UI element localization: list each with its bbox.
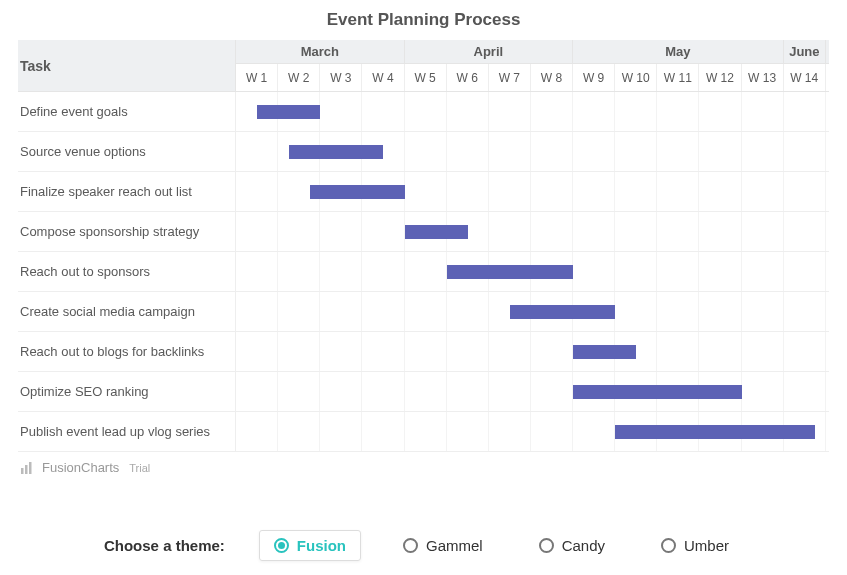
- bars-area: [236, 92, 829, 452]
- grid-cell: [236, 292, 278, 331]
- grid-cell: [320, 412, 362, 451]
- grid-cell: [784, 132, 826, 171]
- grid-cell: [320, 332, 362, 371]
- grid-cell: [699, 292, 741, 331]
- theme-option-fusion[interactable]: Fusion: [259, 530, 361, 561]
- grid-cell: [362, 332, 404, 371]
- bar-row: [236, 372, 829, 412]
- grid-cell: [657, 252, 699, 291]
- svg-rect-1: [25, 465, 28, 474]
- task-label: Reach out to sponsors: [20, 264, 150, 279]
- month-header-cell: March: [236, 40, 405, 63]
- grid-cell: [742, 92, 784, 131]
- task-row: Publish event lead up vlog series: [18, 412, 236, 452]
- bar-row: [236, 212, 829, 252]
- radio-icon: [274, 538, 289, 553]
- bar-row: [236, 252, 829, 292]
- theme-option-gammel[interactable]: Gammel: [389, 531, 497, 560]
- grid-cell: [573, 132, 615, 171]
- gantt-bar[interactable]: [573, 345, 636, 359]
- grid-cell: [236, 372, 278, 411]
- fusioncharts-logo-icon: [20, 461, 34, 475]
- week-header-cell: W 14: [784, 64, 826, 91]
- page-root: Event Planning Process Task Define event…: [0, 0, 847, 575]
- month-header-cell: June: [784, 40, 826, 63]
- theme-picker: Choose a theme: FusionGammelCandyUmber: [0, 530, 847, 561]
- theme-option-label: Fusion: [297, 537, 346, 554]
- grid-cell: [657, 212, 699, 251]
- months-header-row: MarchAprilMayJune: [236, 40, 829, 64]
- theme-option-label: Candy: [562, 537, 605, 554]
- chart-credit: FusionCharts Trial: [18, 452, 829, 475]
- gantt-bar[interactable]: [447, 265, 573, 279]
- grid-cell: [278, 372, 320, 411]
- bar-row: [236, 292, 829, 332]
- grid-cell: [489, 332, 531, 371]
- task-label: Define event goals: [20, 104, 128, 119]
- task-row: Optimize SEO ranking: [18, 372, 236, 412]
- grid-cell: [362, 412, 404, 451]
- week-header-cell: W 1: [236, 64, 278, 91]
- svg-rect-2: [29, 462, 32, 474]
- task-row: Source venue options: [18, 132, 236, 172]
- grid-cell: [320, 92, 362, 131]
- bar-row: [236, 132, 829, 172]
- theme-option-umber[interactable]: Umber: [647, 531, 743, 560]
- grid-cell: [784, 172, 826, 211]
- grid-cell: [615, 172, 657, 211]
- grid-cell: [531, 132, 573, 171]
- gantt-bar[interactable]: [510, 305, 615, 319]
- grid-cell: [236, 412, 278, 451]
- week-header-cell: W 7: [489, 64, 531, 91]
- gantt-bar[interactable]: [573, 385, 742, 399]
- theme-option-candy[interactable]: Candy: [525, 531, 619, 560]
- grid-cell: [405, 412, 447, 451]
- bar-row: [236, 172, 829, 212]
- grid-cell: [489, 92, 531, 131]
- grid-cell: [531, 172, 573, 211]
- week-header-cell: W 10: [615, 64, 657, 91]
- week-header-cell: W 11: [657, 64, 699, 91]
- week-header-cell: W 2: [278, 64, 320, 91]
- grid-cell: [405, 252, 447, 291]
- grid-cell: [236, 252, 278, 291]
- grid-cell: [784, 212, 826, 251]
- gantt-bar[interactable]: [615, 425, 815, 439]
- gantt-chart: Task Define event goalsSource venue opti…: [18, 40, 829, 452]
- grid-cell: [573, 252, 615, 291]
- grid-cell: [489, 132, 531, 171]
- radio-icon: [539, 538, 554, 553]
- svg-rect-0: [21, 468, 24, 474]
- grid-cell: [531, 372, 573, 411]
- gantt-bar[interactable]: [289, 145, 384, 159]
- grid-cell: [236, 212, 278, 251]
- grid-cell: [615, 132, 657, 171]
- grid-cell: [699, 92, 741, 131]
- grid-cell: [742, 172, 784, 211]
- grid-cell: [784, 332, 826, 371]
- radio-icon: [661, 538, 676, 553]
- grid-cell: [657, 92, 699, 131]
- grid-cell: [573, 92, 615, 131]
- gantt-bar[interactable]: [405, 225, 468, 239]
- grid-cell: [447, 92, 489, 131]
- grid-cell: [573, 212, 615, 251]
- timeline-column: MarchAprilMayJune W 1W 2W 3W 4W 5W 6W 7W…: [236, 40, 829, 452]
- gantt-bar[interactable]: [310, 185, 405, 199]
- weeks-header-row: W 1W 2W 3W 4W 5W 6W 7W 8W 9W 10W 11W 12W…: [236, 64, 829, 92]
- grid-cell: [489, 212, 531, 251]
- task-row: Create social media campaign: [18, 292, 236, 332]
- bar-row: [236, 92, 829, 132]
- grid-cell: [784, 372, 826, 411]
- gantt-bar[interactable]: [257, 105, 320, 119]
- grid-cell: [278, 212, 320, 251]
- task-row: Compose sponsorship strategy: [18, 212, 236, 252]
- grid-cell: [447, 132, 489, 171]
- grid-cell: [362, 212, 404, 251]
- task-row: Reach out to sponsors: [18, 252, 236, 292]
- theme-option-label: Umber: [684, 537, 729, 554]
- grid-cell: [742, 132, 784, 171]
- grid-cell: [489, 412, 531, 451]
- week-header-cell: W 4: [362, 64, 404, 91]
- week-header-cell: W 12: [699, 64, 741, 91]
